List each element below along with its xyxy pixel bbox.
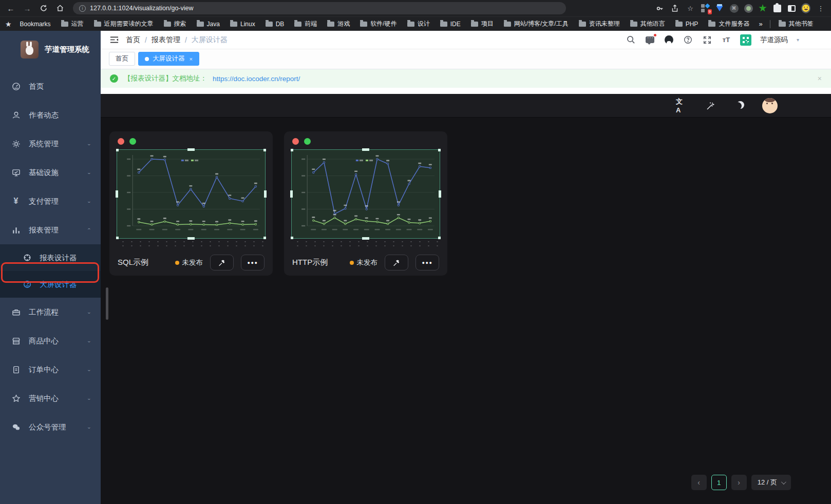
bookmark-folder[interactable]: 游戏 [323, 18, 354, 30]
sidebar-item-product[interactable]: 商品中心 ⌄ [0, 326, 101, 355]
forward-button[interactable]: → [21, 2, 34, 15]
tab-home[interactable]: 首页 [109, 52, 135, 66]
message-icon[interactable] [645, 35, 655, 45]
more-options-button[interactable]: ●●● [416, 255, 439, 270]
fullscreen-icon[interactable] [702, 35, 712, 45]
bookmark-folder[interactable]: 近期需要读的文章 [90, 18, 158, 30]
sidebar-item-author[interactable]: 作者动态 [0, 101, 101, 129]
resize-handle[interactable] [187, 148, 195, 151]
chrome-menu-icon[interactable]: ⋮ [816, 3, 826, 13]
current-page-button[interactable]: 1 [711, 475, 727, 490]
profile-avatar[interactable] [801, 4, 810, 13]
sidebar-fold-icon[interactable] [110, 36, 119, 44]
sidebar-item-report-designer[interactable]: 报表设计器 [0, 244, 101, 271]
sidebar-item-payment[interactable]: ¥ 支付管理 ⌄ [0, 187, 101, 216]
dark-mode-moon-icon[interactable] [733, 100, 745, 111]
vertical-scrollbar[interactable] [106, 287, 108, 320]
goview-user-avatar[interactable] [762, 98, 778, 113]
resize-handle[interactable] [438, 149, 441, 151]
prev-page-button[interactable]: ‹ [691, 475, 707, 490]
banner-doc-link[interactable]: https://doc.iocoder.cn/report/ [213, 75, 300, 83]
bookmarks-overflow-chevron[interactable]: » [756, 20, 765, 28]
bookmark-folder[interactable]: 文件服务器 [704, 18, 753, 30]
sidebar-item-marketing[interactable]: 营销中心 ⌄ [0, 384, 101, 413]
bookmark-folder[interactable]: 资讯未整理 [575, 18, 624, 30]
sidebar-item-wechat[interactable]: 公众号管理 ⌄ [0, 413, 101, 441]
other-bookmarks-folder[interactable]: 其他书签 [775, 18, 818, 30]
resize-handle[interactable] [263, 237, 266, 239]
resize-handle[interactable] [263, 149, 266, 151]
screen-preview[interactable] [291, 149, 440, 239]
back-button[interactable]: ← [4, 2, 17, 15]
more-options-button[interactable]: ●●● [241, 255, 265, 270]
banner-close-icon[interactable]: × [818, 74, 822, 83]
bookmark-folder[interactable]: 前端 [290, 18, 321, 30]
magic-wand-icon[interactable] [705, 100, 716, 111]
bookmark-folder[interactable]: IDE [436, 19, 465, 29]
screen-preview[interactable] [117, 149, 266, 239]
bookmark-folder[interactable]: 设计 [403, 18, 434, 30]
side-panel-icon[interactable] [787, 4, 796, 13]
sidebar-item-report[interactable]: 报表管理 ⌃ [0, 216, 101, 244]
resize-handle[interactable] [187, 237, 195, 240]
extensions-puzzle-icon[interactable] [772, 4, 782, 13]
resize-handle[interactable] [438, 237, 441, 239]
bookmark-star-icon[interactable]: ☆ [685, 3, 695, 13]
bookmark-folder[interactable]: 网站/博客/文章/工具 [500, 18, 573, 30]
bookmark-folder[interactable]: 搜索 [160, 18, 191, 30]
tab-close-icon[interactable]: × [190, 56, 193, 62]
breadcrumb-report[interactable]: 报表管理 [152, 35, 180, 45]
sidebar-item-workflow[interactable]: 工作流程 ⌄ [0, 298, 101, 326]
bookmark-folder[interactable]: 运营 [57, 18, 88, 30]
extension-command-icon[interactable]: ⌘ [729, 4, 739, 13]
resize-handle[interactable] [116, 237, 119, 239]
resize-handle[interactable] [291, 149, 293, 151]
resize-handle[interactable] [264, 190, 267, 198]
sidebar-item-home[interactable]: 首页 [0, 72, 101, 101]
font-size-icon[interactable]: тT [721, 35, 731, 45]
resize-handle[interactable] [290, 190, 293, 198]
extension-gem-icon[interactable] [715, 4, 724, 13]
edit-hammer-button[interactable] [385, 255, 408, 270]
breadcrumb-home[interactable]: 首页 [126, 35, 140, 45]
password-key-icon[interactable] [654, 3, 665, 13]
bookmarks-label[interactable]: Bookmarks [16, 19, 55, 29]
sidebar-item-screen-designer[interactable]: 大屏设计器 [0, 271, 101, 298]
search-icon[interactable] [626, 35, 636, 45]
bookmark-folder[interactable]: Java [193, 19, 224, 29]
resize-handle[interactable] [439, 190, 441, 198]
extension-tabs-icon[interactable]: 9 [701, 4, 710, 13]
user-name[interactable]: 芋道源码 [760, 35, 788, 45]
qr-avatar[interactable] [740, 34, 751, 46]
edit-hammer-button[interactable] [210, 255, 234, 270]
bookmark-folder[interactable]: 软件/硬件 [356, 18, 401, 30]
bookmark-folder[interactable]: PHP [671, 19, 703, 29]
user-caret-icon[interactable]: ▾ [797, 37, 799, 43]
sidebar-item-infra[interactable]: 基础设施 ⌄ [0, 158, 101, 187]
next-page-button[interactable]: › [731, 475, 747, 490]
extension-dot-icon[interactable] [744, 4, 753, 13]
github-icon[interactable] [664, 35, 674, 45]
sidebar-item-system[interactable]: 系统管理 ⌄ [0, 129, 101, 158]
bookmark-folder[interactable]: Linux [226, 19, 259, 29]
resize-handle[interactable] [291, 237, 293, 239]
app-logo-row[interactable]: 芋道管理系统 [0, 31, 101, 65]
page-size-select[interactable]: 12 / 页 [751, 475, 791, 490]
site-info-icon[interactable]: i [79, 5, 86, 12]
resize-handle[interactable] [116, 149, 119, 151]
home-button[interactable] [53, 2, 67, 15]
bookmark-folder[interactable]: 其他语言 [626, 18, 669, 30]
bookmark-folder[interactable]: DB [261, 19, 289, 29]
share-icon[interactable] [670, 3, 680, 13]
resize-handle[interactable] [362, 237, 369, 240]
resize-handle[interactable] [362, 148, 369, 151]
bookmark-folder[interactable]: 项目 [467, 18, 498, 30]
extension-star-icon[interactable] [758, 4, 767, 13]
resize-handle[interactable] [116, 190, 118, 198]
reload-button[interactable] [37, 2, 50, 15]
help-icon[interactable] [683, 35, 693, 45]
tab-screen-designer[interactable]: 大屏设计器 × [138, 52, 199, 66]
address-bar[interactable]: i 127.0.0.1:1024/visualization/go-view [73, 2, 566, 14]
language-icon[interactable]: 文A [676, 100, 687, 111]
sidebar-item-order[interactable]: 订单中心 ⌄ [0, 355, 101, 384]
